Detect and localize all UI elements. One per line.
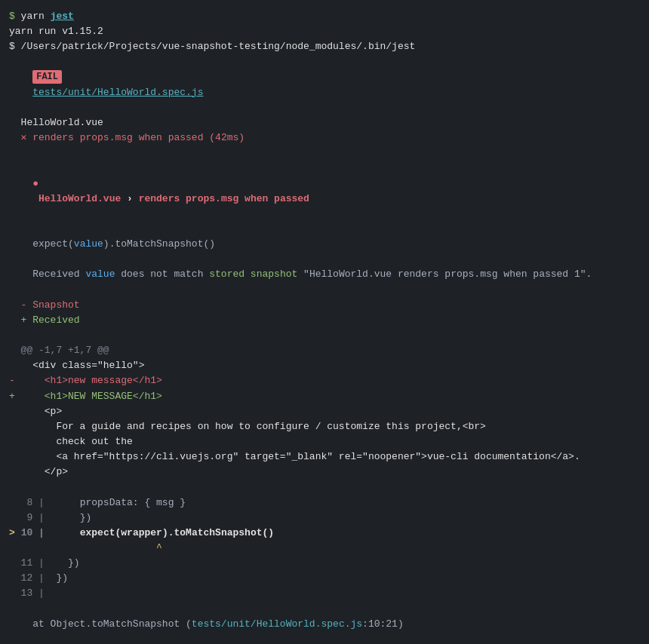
prompt-symbol: $ [9, 11, 15, 22]
diff-p-content2: check out the [9, 434, 640, 449]
code-line-12: 12 | }) [9, 571, 640, 586]
test-result-line: ✕ renders props.msg when passed (42ms) [9, 130, 640, 146]
fail-file: tests/unit/HelloWorld.spec.js [32, 87, 203, 98]
suite-name: HelloWorld.vue [9, 115, 640, 130]
blank-5 [9, 328, 640, 343]
jest-path-line: $ /Users/patrick/Projects/vue-snapshot-t… [9, 39, 640, 54]
yarn-command-line: $ yarn jest [9, 9, 640, 24]
diff-p-open: <p> [9, 404, 640, 419]
code-line-13: 13 | [9, 586, 640, 601]
code-line-8: 8 | propsData: { msg } [9, 495, 640, 511]
diff-plus: + <h1>NEW MESSAGE</h1> [9, 389, 640, 404]
expect-line: expect(value).toMatchSnapshot() [9, 237, 640, 252]
at-object-line: at Object.toMatchSnapshot (tests/unit/He… [9, 617, 640, 632]
yarn-version-line: yarn run v1.15.2 [9, 24, 640, 39]
code-line-9: 9 | }) [9, 511, 640, 526]
diff-minus: - <h1>new message</h1> [9, 373, 640, 388]
blank-4 [9, 283, 640, 298]
blank-2 [9, 222, 640, 237]
code-line-11: 11 | }) [9, 556, 640, 571]
error-title: HelloWorld.vue [32, 193, 127, 204]
diff-p-content1: For a guide and recipes on how to config… [9, 419, 640, 434]
yarn-cmd: jest [51, 11, 74, 22]
diff-ctx-1: <div class="hello"> [9, 358, 640, 373]
diff-p-close: </p> [9, 465, 640, 480]
blank-6 [9, 480, 640, 495]
error-header-line: ● HelloWorld.vue › renders props.msg whe… [9, 161, 640, 222]
blank-3 [9, 252, 640, 267]
terminal-output: $ yarn jest yarn run v1.15.2 $ /Users/pa… [0, 6, 649, 644]
snapshot-label: - Snapshot [9, 298, 640, 313]
received-value-line: Received value does not match stored sna… [9, 267, 640, 282]
fail-line: FAIL tests/unit/HelloWorld.spec.js [9, 54, 640, 115]
fail-badge: FAIL [32, 70, 62, 84]
code-line-10: > 10 | expect(wrapper).toMatchSnapshot() [9, 526, 640, 541]
blank-8 [9, 632, 640, 644]
error-bullet: ● [32, 178, 38, 189]
diff-header: @@ -1,7 +1,7 @@ [9, 343, 640, 358]
received-label: + Received [9, 313, 640, 328]
blank-1 [9, 146, 640, 161]
blank-7 [9, 601, 640, 616]
code-caret-line: ^ [9, 541, 640, 556]
diff-p-content3: <a href="https://cli.vuejs.org" target="… [9, 449, 640, 465]
